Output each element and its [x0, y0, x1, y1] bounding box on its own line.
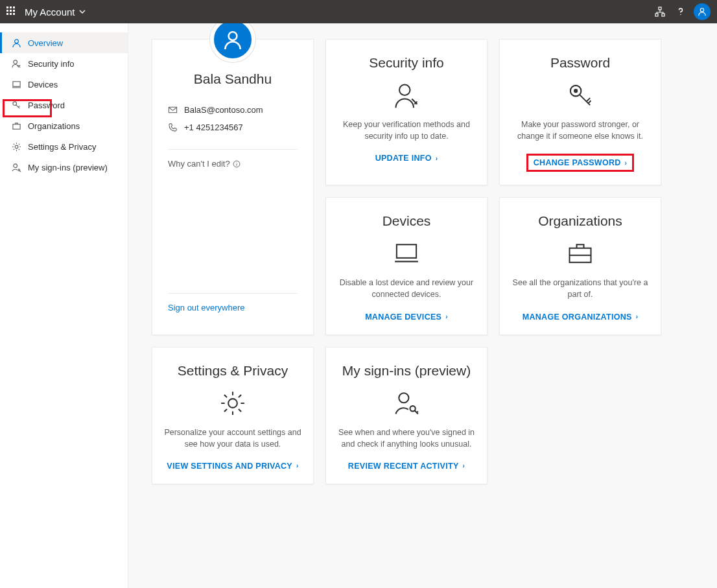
svg-rect-19: [397, 245, 416, 259]
chevron-down-icon: [79, 8, 86, 15]
svg-rect-2: [662, 14, 664, 16]
card-title: Password: [550, 55, 610, 71]
devices-card: Devices Disable a lost device and review…: [325, 197, 488, 335]
svg-point-5: [14, 39, 18, 43]
signin-icon: [11, 162, 21, 172]
sidebar-item-organizations[interactable]: Organizations: [0, 115, 128, 136]
signins-card: My sign-ins (preview) See when and where…: [325, 347, 488, 484]
gear-icon: [11, 141, 21, 152]
sidebar-item-label: Settings & Privacy: [28, 142, 97, 152]
profile-name: Bala Sandhu: [194, 71, 272, 87]
gear-card-icon: [218, 389, 247, 417]
sidebar-item-security[interactable]: Security info: [0, 53, 128, 74]
profile-phone: +1 4251234567: [184, 123, 243, 132]
app-header: My Account: [0, 0, 717, 23]
org-icon[interactable]: [650, 1, 670, 22]
user-avatar[interactable]: [694, 3, 711, 20]
svg-point-4: [700, 8, 703, 12]
sidebar-item-label: Security info: [28, 59, 75, 69]
edit-hint[interactable]: Why can't I edit?: [152, 150, 313, 178]
review-activity-link[interactable]: REVIEW RECENT ACTIVITY ›: [348, 462, 465, 471]
app-launcher-icon[interactable]: [6, 6, 17, 17]
phone-icon: [168, 123, 178, 132]
settings-privacy-card: Settings & Privacy Personalize your acco…: [152, 347, 314, 484]
card-title: Organizations: [538, 213, 622, 229]
profile-email-row: BalaS@contoso.com: [168, 101, 298, 119]
chevron-right-icon: ›: [436, 155, 438, 162]
app-title-label: My Account: [25, 6, 75, 18]
chevron-right-icon: ›: [625, 159, 628, 167]
laptop-card-icon: [392, 239, 421, 268]
chevron-right-icon: ›: [636, 313, 639, 320]
sidebar-item-label: My sign-ins (preview): [28, 163, 108, 172]
sidebar-item-password[interactable]: Password: [0, 95, 128, 115]
app-title-dropdown[interactable]: My Account: [25, 6, 86, 18]
help-icon[interactable]: [670, 1, 691, 22]
password-card: Password Make your password stronger, or…: [499, 39, 661, 185]
profile-card: Bala Sandhu BalaS@contoso.com +1 4251234…: [152, 39, 314, 335]
card-desc: Make your password stronger, or change i…: [511, 119, 649, 142]
briefcase-icon: [11, 121, 21, 131]
security-card-icon: [392, 81, 421, 110]
svg-point-22: [399, 393, 408, 403]
card-desc: Keep your verification methods and secur…: [338, 119, 475, 142]
sidebar-item-devices[interactable]: Devices: [0, 74, 128, 95]
card-title: Settings & Privacy: [178, 363, 288, 379]
svg-point-3: [680, 14, 681, 15]
signout-link[interactable]: Sign out everywhere: [152, 294, 313, 322]
svg-rect-0: [659, 7, 661, 10]
sidebar-item-label: Organizations: [28, 121, 80, 131]
chevron-right-icon: ›: [445, 313, 448, 320]
sidebar-item-label: Password: [28, 100, 65, 110]
sidebar: Overview Security info Devices Password …: [0, 23, 128, 588]
card-desc: See when and where you've signed in and …: [338, 427, 475, 450]
card-desc: Disable a lost device and review your co…: [338, 277, 475, 300]
update-info-link[interactable]: UPDATE INFO ›: [375, 154, 438, 163]
mail-icon: [168, 105, 178, 115]
card-desc: See all the organizations that you're a …: [511, 277, 649, 300]
profile-email: BalaS@contoso.com: [184, 105, 263, 115]
sidebar-item-label: Overview: [28, 38, 63, 48]
svg-point-10: [15, 145, 18, 148]
card-title: Devices: [382, 213, 431, 229]
key-icon: [11, 100, 21, 110]
svg-point-21: [228, 399, 237, 408]
svg-point-16: [399, 85, 410, 96]
manage-orgs-link[interactable]: MANAGE ORGANIZATIONS ›: [523, 312, 639, 322]
sidebar-item-settings[interactable]: Settings & Privacy: [0, 136, 128, 157]
security-icon: [11, 58, 21, 69]
chevron-right-icon: ›: [463, 462, 465, 469]
person-icon: [11, 38, 21, 48]
profile-phone-row: +1 4251234567: [168, 119, 298, 136]
svg-rect-9: [12, 124, 19, 129]
card-title: My sign-ins (preview): [342, 363, 471, 379]
svg-rect-7: [12, 81, 19, 86]
svg-point-11: [13, 163, 17, 167]
view-settings-link[interactable]: VIEW SETTINGS AND PRIVACY ›: [167, 462, 298, 471]
svg-point-6: [13, 60, 17, 64]
laptop-icon: [11, 79, 21, 89]
sidebar-item-signins[interactable]: My sign-ins (preview): [0, 157, 128, 178]
organizations-card: Organizations See all the organizations …: [499, 197, 661, 335]
card-title: Security info: [369, 55, 444, 71]
svg-rect-1: [655, 14, 658, 16]
svg-point-18: [574, 89, 577, 92]
profile-avatar: [210, 23, 255, 62]
sidebar-item-overview[interactable]: Overview: [0, 32, 128, 53]
signins-card-icon: [392, 389, 421, 417]
chevron-right-icon: ›: [296, 462, 299, 469]
manage-devices-link[interactable]: MANAGE DEVICES ›: [365, 312, 448, 322]
briefcase-card-icon: [566, 239, 594, 268]
main-content: Bala Sandhu BalaS@contoso.com +1 4251234…: [128, 23, 717, 588]
change-password-link[interactable]: CHANGE PASSWORD ›: [526, 154, 634, 172]
sidebar-item-label: Devices: [28, 80, 58, 89]
security-info-card: Security info Keep your verification met…: [325, 39, 488, 185]
key-card-icon: [566, 81, 594, 110]
info-icon: [233, 160, 241, 168]
card-desc: Personalize your account settings and se…: [164, 427, 301, 450]
svg-point-13: [229, 32, 237, 40]
